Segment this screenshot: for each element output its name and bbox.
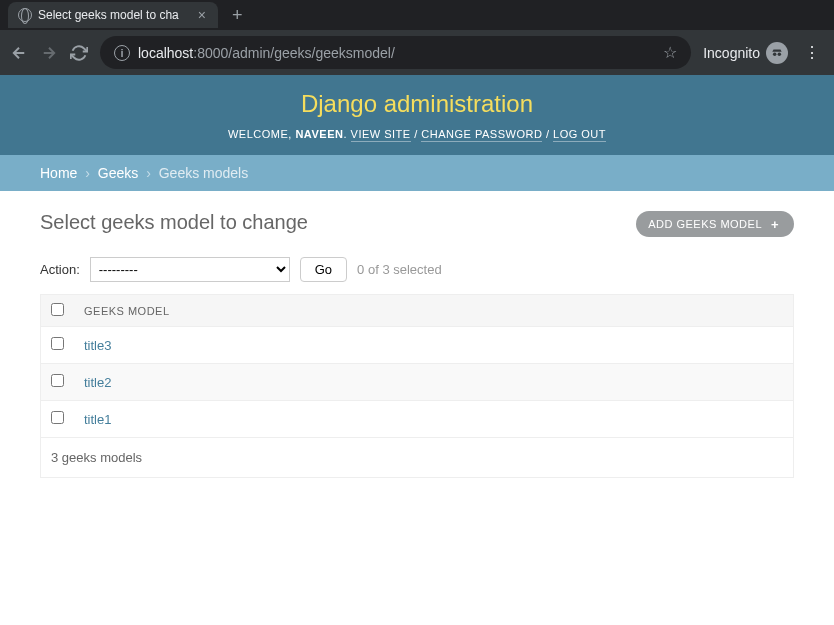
- plus-icon: +: [768, 217, 782, 231]
- close-icon[interactable]: ×: [196, 7, 208, 23]
- breadcrumb: Home › Geeks › Geeks models: [0, 155, 834, 191]
- address-bar[interactable]: i localhost:8000/admin/geeks/geeksmodel/…: [100, 36, 691, 69]
- welcome-text: WELCOME,: [228, 128, 295, 140]
- row-link[interactable]: title1: [84, 412, 111, 427]
- actions-bar: Action: --------- Go 0 of 3 selected: [40, 257, 794, 282]
- branding-title: Django administration: [40, 90, 794, 118]
- page-title: Select geeks model to change: [40, 211, 308, 234]
- incognito-label: Incognito: [703, 45, 760, 61]
- forward-icon: [40, 44, 58, 62]
- select-all-checkbox[interactable]: [51, 303, 64, 316]
- reload-icon[interactable]: [70, 44, 88, 62]
- username: NAVEEN: [295, 128, 343, 140]
- row-checkbox[interactable]: [51, 374, 64, 387]
- results-table: GEEKS MODEL title3 title2 title1: [41, 295, 793, 438]
- back-icon[interactable]: [10, 44, 28, 62]
- paginator: 3 geeks models: [41, 438, 793, 477]
- user-tools: WELCOME, NAVEEN. VIEW SITE / CHANGE PASS…: [40, 128, 794, 140]
- incognito-indicator: Incognito: [703, 42, 788, 64]
- breadcrumb-app[interactable]: Geeks: [98, 165, 138, 181]
- bookmark-star-icon[interactable]: ☆: [663, 43, 677, 62]
- browser-tab[interactable]: Select geeks model to cha ×: [8, 2, 218, 28]
- change-password-link[interactable]: CHANGE PASSWORD: [421, 128, 542, 142]
- separator-dot: .: [343, 128, 350, 140]
- browser-toolbar: i localhost:8000/admin/geeks/geeksmodel/…: [0, 30, 834, 75]
- browser-chrome: Select geeks model to cha × + i localhos…: [0, 0, 834, 75]
- logout-link[interactable]: LOG OUT: [553, 128, 606, 142]
- row-checkbox[interactable]: [51, 337, 64, 350]
- url-text: localhost:8000/admin/geeks/geeksmodel/: [138, 45, 655, 61]
- table-row: title2: [41, 364, 793, 401]
- column-header-geeks-model[interactable]: GEEKS MODEL: [74, 295, 793, 327]
- breadcrumb-separator: ›: [142, 165, 155, 181]
- selection-counter: 0 of 3 selected: [357, 262, 442, 277]
- content-header: Select geeks model to change ADD GEEKS M…: [40, 211, 794, 237]
- table-row: title1: [41, 401, 793, 438]
- separator-slash: /: [411, 128, 422, 140]
- view-site-link[interactable]: VIEW SITE: [351, 128, 411, 142]
- breadcrumb-current: Geeks models: [159, 165, 248, 181]
- select-all-header: [41, 295, 74, 327]
- info-icon[interactable]: i: [114, 45, 130, 61]
- add-geeks-model-button[interactable]: ADD GEEKS MODEL +: [636, 211, 794, 237]
- content: Select geeks model to change ADD GEEKS M…: [0, 191, 834, 498]
- incognito-icon: [766, 42, 788, 64]
- django-header: Django administration WELCOME, NAVEEN. V…: [0, 75, 834, 155]
- new-tab-button[interactable]: +: [218, 5, 257, 26]
- add-button-label: ADD GEEKS MODEL: [648, 218, 762, 230]
- go-button[interactable]: Go: [300, 257, 347, 282]
- globe-icon: [18, 8, 32, 22]
- row-checkbox[interactable]: [51, 411, 64, 424]
- breadcrumb-separator: ›: [81, 165, 94, 181]
- table-row: title3: [41, 327, 793, 364]
- row-link[interactable]: title3: [84, 338, 111, 353]
- action-select[interactable]: ---------: [90, 257, 290, 282]
- results-table-container: GEEKS MODEL title3 title2 title1 3 geeks…: [40, 294, 794, 478]
- browser-menu-icon[interactable]: ⋮: [800, 43, 824, 62]
- breadcrumb-home[interactable]: Home: [40, 165, 77, 181]
- svg-point-1: [778, 52, 782, 56]
- svg-point-0: [773, 52, 777, 56]
- row-link[interactable]: title2: [84, 375, 111, 390]
- tab-bar: Select geeks model to cha × +: [0, 0, 834, 30]
- separator-slash: /: [542, 128, 553, 140]
- action-label: Action:: [40, 262, 80, 277]
- tab-title: Select geeks model to cha: [38, 8, 190, 22]
